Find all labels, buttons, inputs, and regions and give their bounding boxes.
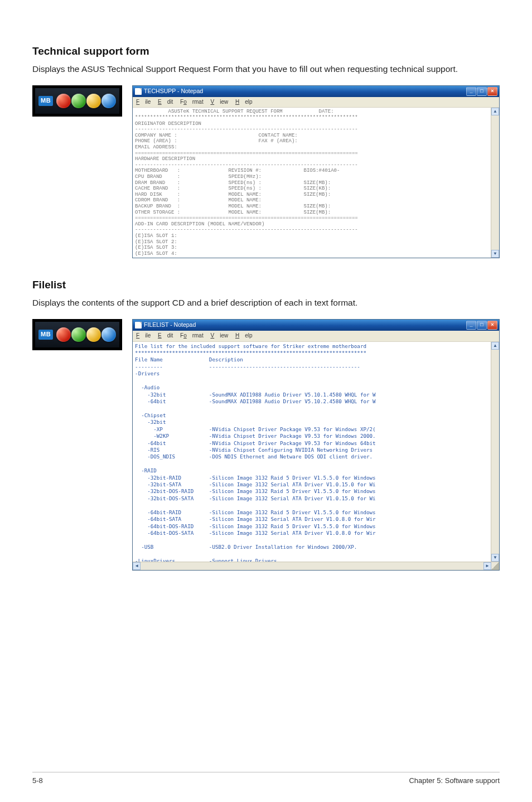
close-button[interactable]: × bbox=[487, 321, 497, 330]
page-footer: 5-8 Chapter 5: Software support bbox=[32, 772, 500, 786]
menu-file[interactable]: File bbox=[136, 332, 151, 339]
scroll-up-icon[interactable]: ▲ bbox=[491, 342, 499, 350]
scroll-left-icon[interactable]: ◄ bbox=[133, 562, 141, 570]
figure-filelist: MB FILELIST - Notepad _ □ × bbox=[32, 319, 500, 571]
lead-techsupport: Displays the ASUS Technical Support Requ… bbox=[32, 62, 500, 75]
orb-blue-icon bbox=[101, 94, 116, 108]
horizontal-scrollbar[interactable]: ◄ ► bbox=[133, 562, 499, 570]
chapter-label: Chapter 5: Software support bbox=[409, 776, 500, 786]
menu-format[interactable]: Format bbox=[180, 99, 204, 105]
cd-thumb-filelist: MB bbox=[32, 319, 122, 350]
menu-edit[interactable]: Edit bbox=[158, 332, 173, 339]
orbs-row bbox=[56, 94, 116, 108]
close-button[interactable]: × bbox=[487, 87, 497, 96]
mb-badge: MB bbox=[38, 96, 53, 106]
orb-green-icon bbox=[71, 327, 86, 342]
figure-techsupport: MB TECHSUPP - Notepad _ □ × bbox=[32, 85, 500, 259]
cd-thumb-techsupport: MB bbox=[32, 85, 122, 117]
scroll-down-icon[interactable]: ▼ bbox=[491, 554, 499, 562]
menu-file[interactable]: File bbox=[136, 99, 151, 105]
menu-help[interactable]: Help bbox=[235, 99, 253, 105]
window-title: TECHSUPP - Notepad bbox=[144, 87, 203, 95]
menubar[interactable]: File Edit Format View Help bbox=[133, 331, 499, 342]
cd-inner: MB bbox=[35, 322, 119, 347]
heading-techsupport: Technical support form bbox=[32, 44, 500, 59]
orb-yellow-icon bbox=[86, 94, 101, 108]
window-title: FILELIST - Notepad bbox=[144, 321, 196, 329]
menu-format[interactable]: Format bbox=[180, 332, 204, 339]
vertical-scrollbar[interactable]: ▲ ▼ bbox=[491, 108, 499, 258]
mb-badge: MB bbox=[38, 330, 53, 340]
notepad-icon bbox=[135, 88, 142, 95]
minimize-button[interactable]: _ bbox=[466, 321, 476, 330]
maximize-button[interactable]: □ bbox=[477, 87, 487, 96]
orb-blue-icon bbox=[101, 327, 116, 342]
menubar[interactable]: File Edit Format View Help bbox=[133, 97, 499, 108]
page-number: 5-8 bbox=[32, 776, 43, 786]
orb-yellow-icon bbox=[86, 327, 101, 342]
lead-filelist: Displays the contents of the support CD … bbox=[32, 296, 500, 309]
menu-help[interactable]: Help bbox=[235, 332, 253, 339]
heading-filelist: Filelist bbox=[32, 277, 500, 293]
orb-red-icon bbox=[56, 327, 71, 342]
titlebar[interactable]: FILELIST - Notepad _ □ × bbox=[133, 320, 499, 331]
scroll-up-icon[interactable]: ▲ bbox=[491, 108, 499, 115]
maximize-button[interactable]: □ bbox=[477, 321, 487, 330]
minimize-button[interactable]: _ bbox=[466, 87, 476, 96]
menu-edit[interactable]: Edit bbox=[158, 99, 173, 105]
scroll-right-icon[interactable]: ► bbox=[483, 562, 491, 570]
notepad-window-filelist: FILELIST - Notepad _ □ × File Edit Forma… bbox=[132, 319, 500, 571]
menu-view[interactable]: View bbox=[210, 99, 228, 105]
orb-green-icon bbox=[71, 94, 86, 108]
scroll-down-icon[interactable]: ▼ bbox=[491, 250, 499, 258]
notepad-content-techsupp[interactable]: ASUSTeK TECHNICAL SUPPORT REQUEST FORM D… bbox=[133, 108, 499, 258]
cd-inner: MB bbox=[35, 88, 119, 114]
resize-grip-icon[interactable] bbox=[491, 562, 499, 570]
menu-view[interactable]: View bbox=[210, 332, 228, 339]
orb-red-icon bbox=[56, 94, 71, 108]
notepad-icon bbox=[135, 322, 142, 328]
notepad-content-filelist[interactable]: File list for the included support softw… bbox=[133, 342, 499, 562]
orbs-row bbox=[56, 327, 116, 342]
notepad-window-techsupp: TECHSUPP - Notepad _ □ × File Edit Forma… bbox=[132, 85, 500, 259]
titlebar[interactable]: TECHSUPP - Notepad _ □ × bbox=[133, 86, 499, 97]
vertical-scrollbar[interactable]: ▲ ▼ bbox=[491, 342, 499, 562]
